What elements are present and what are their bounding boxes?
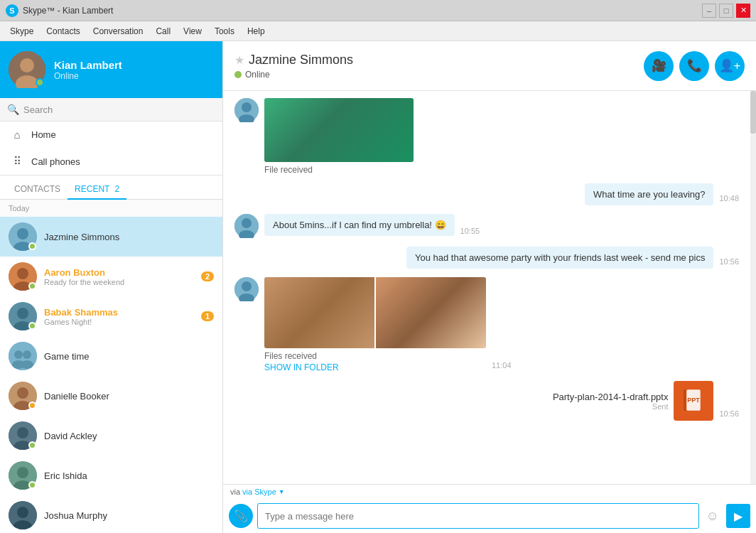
menu-skype[interactable]: Skype xyxy=(4,24,39,38)
svg-point-1 xyxy=(20,58,34,72)
profile-avatar-wrap xyxy=(9,51,45,88)
status-dot xyxy=(28,402,36,409)
avatar-wrap xyxy=(9,222,37,251)
group-avatar xyxy=(9,342,37,370)
via-skype-link[interactable]: via Skype xyxy=(242,488,276,496)
file-sent-label: Sent xyxy=(553,402,669,411)
tab-contacts[interactable]: CONTACTS xyxy=(7,180,68,200)
contact-item[interactable]: Eric Ishida xyxy=(0,456,222,495)
scrollbar-thumb[interactable] xyxy=(750,91,756,134)
add-contact-button[interactable]: 👤+ xyxy=(715,51,745,81)
contact-item[interactable]: Jazmine Simmons xyxy=(0,217,222,257)
contact-item[interactable]: Babak Shammas Games Night! 1 xyxy=(0,296,222,336)
restore-button[interactable]: □ xyxy=(719,4,733,18)
svg-point-14 xyxy=(23,350,31,359)
profile-name: Kian Lambert xyxy=(54,59,214,71)
contact-item[interactable]: Game time xyxy=(0,336,222,376)
avatar-wrap xyxy=(9,382,37,410)
chat-input-area: via via Skype ▼ 📎 ☺ ▶ xyxy=(223,484,756,533)
menu-help[interactable]: Help xyxy=(242,24,271,38)
received-image xyxy=(264,98,414,162)
via-label: via xyxy=(230,488,240,496)
file-info: Party-plan-2014-1-draft.pptx Sent xyxy=(553,392,669,411)
received-photo xyxy=(264,277,374,348)
menu-call[interactable]: Call xyxy=(150,24,176,38)
audio-call-button[interactable]: 📞 xyxy=(679,51,709,81)
emoji-button[interactable]: ☺ xyxy=(703,506,722,527)
avatar-wrap xyxy=(9,461,37,490)
chevron-down-icon[interactable]: ▼ xyxy=(279,488,285,495)
contact-item[interactable]: David Ackley xyxy=(0,416,222,456)
contact-status-text: Games Night! xyxy=(44,318,194,326)
close-button[interactable]: ✕ xyxy=(736,4,750,18)
contact-info: Game time xyxy=(44,351,214,362)
contact-item[interactable]: Danielle Booker xyxy=(0,376,222,416)
nav-home-label: Home xyxy=(31,129,56,140)
menu-tools[interactable]: Tools xyxy=(209,24,240,38)
send-button[interactable]: ▶ xyxy=(726,504,750,528)
ppt-file-icon: PPT xyxy=(674,381,713,421)
message-content: File received xyxy=(264,98,414,175)
titlebar: S Skype™ - Kian Lambert – □ ✕ xyxy=(0,0,756,21)
svg-point-16 xyxy=(21,360,33,369)
file-received-label: File received xyxy=(264,165,414,175)
video-call-button[interactable]: 🎥 xyxy=(644,51,674,81)
status-dot xyxy=(28,282,36,290)
titlebar-left: S Skype™ - Kian Lambert xyxy=(6,4,113,17)
unread-badge: 1 xyxy=(201,311,214,321)
contact-info: Babak Shammas Games Night! xyxy=(44,307,194,326)
input-row: 📎 ☺ ▶ xyxy=(223,499,756,533)
message-row: About 5mins...if I can find my umbrella!… xyxy=(234,214,739,238)
menu-view[interactable]: View xyxy=(178,24,207,38)
favorite-star-icon[interactable]: ★ xyxy=(234,53,244,67)
message-content: Files received SHOW IN FOLDER xyxy=(264,277,486,372)
contact-info: David Ackley xyxy=(44,431,214,441)
video-icon: 🎥 xyxy=(652,58,666,73)
svg-point-24 xyxy=(17,467,28,478)
contacts-list: Today Jazmine Simmons xyxy=(0,200,222,533)
send-icon: ▶ xyxy=(734,510,742,523)
svg-point-21 xyxy=(17,427,28,438)
show-in-folder-link[interactable]: SHOW IN FOLDER xyxy=(264,362,486,372)
contact-avatar xyxy=(9,501,37,529)
call-phones-icon: ⠿ xyxy=(10,155,24,168)
message-row: File received xyxy=(234,98,739,175)
avatar-wrap xyxy=(9,302,37,330)
nav-home[interactable]: ⌂ Home xyxy=(0,122,222,148)
titlebar-title: Skype™ - Kian Lambert xyxy=(23,6,113,16)
add-person-icon: 👤+ xyxy=(719,58,741,73)
chat-contact-name: ★ Jazmine Simmons xyxy=(234,53,353,68)
message-time: 10:56 xyxy=(719,409,739,418)
via-skype-bar: via via Skype ▼ xyxy=(223,485,756,499)
menu-conversation[interactable]: Conversation xyxy=(87,24,149,38)
photo-group xyxy=(264,277,486,348)
tab-recent[interactable]: RECENT 2 xyxy=(68,180,126,200)
received-photo xyxy=(376,277,486,348)
message-avatar xyxy=(234,98,259,122)
message-input[interactable] xyxy=(257,503,699,529)
scrollbar[interactable] xyxy=(750,91,756,484)
menu-contacts[interactable]: Contacts xyxy=(40,24,85,38)
tab-recent-label: RECENT xyxy=(75,184,109,194)
contact-name: Joshua Murphy xyxy=(44,510,214,521)
nav-call-phones[interactable]: ⠿ Call phones xyxy=(0,148,222,175)
attach-button[interactable]: 📎 xyxy=(229,504,253,528)
online-status-dot xyxy=(234,71,242,78)
chat-contact-status: Online xyxy=(234,70,353,80)
contact-name: Aaron Buxton xyxy=(44,267,194,278)
status-dot xyxy=(28,242,36,250)
search-bar[interactable]: 🔍 Search xyxy=(0,98,222,122)
contact-info: Aaron Buxton Ready for the weekend xyxy=(44,267,194,286)
svg-text:PPT: PPT xyxy=(688,397,701,404)
message-time: 11:04 xyxy=(492,361,512,370)
minimize-button[interactable]: – xyxy=(702,4,716,18)
profile-info: Kian Lambert Online xyxy=(54,59,214,81)
contact-item[interactable]: Aaron Buxton Ready for the weekend 2 xyxy=(0,257,222,296)
contact-item[interactable]: Joshua Murphy xyxy=(0,495,222,533)
svg-point-30 xyxy=(242,102,252,112)
contact-name: Jazmine Simmons xyxy=(44,232,214,242)
svg-point-10 xyxy=(17,308,28,319)
contact-status-text: Ready for the weekend xyxy=(44,278,194,286)
contact-status-label: Online xyxy=(245,70,270,80)
main-area: ★ Jazmine Simmons Online 🎥 📞 👤+ xyxy=(223,41,756,533)
